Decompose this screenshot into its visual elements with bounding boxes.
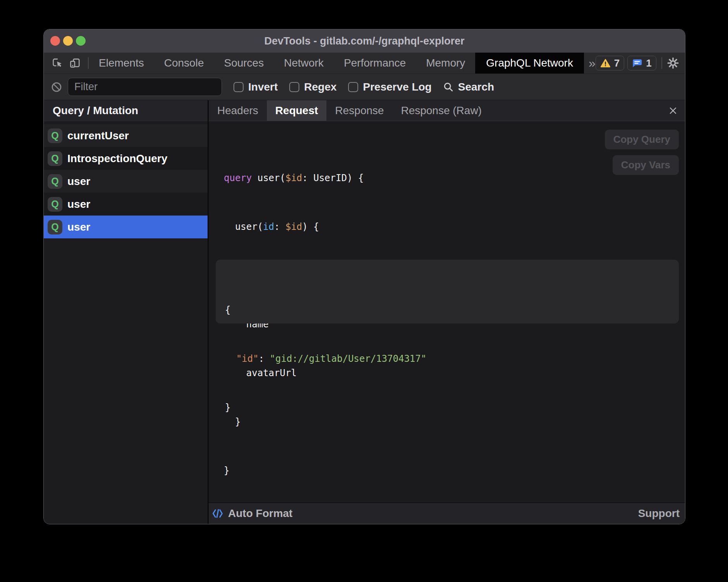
regex-checkbox[interactable] — [289, 82, 299, 92]
detail-panel: Headers Request Response Response (Raw) … — [209, 100, 685, 524]
query-item-label: user — [67, 175, 90, 188]
inspect-element-icon[interactable] — [52, 57, 63, 69]
invert-checkbox-group[interactable]: Invert — [234, 81, 278, 93]
query-list-item-currentuser[interactable]: Q currentUser — [44, 124, 208, 147]
query-variables-box: { "id": "gid://gitlab/User/13704317" } — [216, 260, 679, 324]
code-line: } — [225, 399, 679, 416]
query-item-label: user — [67, 198, 90, 211]
query-item-label: user — [67, 221, 90, 233]
preserve-log-checkbox-group[interactable]: Preserve Log — [348, 81, 431, 93]
query-type-badge: Q — [48, 128, 62, 143]
query-type-badge: Q — [48, 220, 62, 235]
auto-format-button[interactable]: Auto Format — [228, 507, 292, 520]
code-token: : — [259, 353, 270, 364]
query-list-sidebar: Query / Mutation Q currentUser Q Introsp… — [44, 100, 208, 524]
issues-count: 1 — [646, 57, 651, 69]
code-line: { — [225, 302, 679, 318]
regex-checkbox-group[interactable]: Regex — [289, 81, 337, 93]
device-toolbar-icon[interactable] — [69, 57, 81, 69]
tab-performance[interactable]: Performance — [334, 53, 416, 74]
copy-vars-button[interactable]: Copy Vars — [613, 155, 679, 175]
close-panel-icon[interactable] — [667, 105, 679, 116]
query-item-label: IntrospectionQuery — [67, 152, 167, 165]
search-control[interactable]: Search — [443, 81, 494, 93]
auto-format-code-icon[interactable] — [212, 508, 223, 519]
code-token: : UserID) { — [302, 173, 364, 183]
code-token: } — [225, 402, 230, 413]
invert-checkbox[interactable] — [234, 82, 244, 92]
query-type-badge: Q — [48, 151, 62, 166]
copy-query-button[interactable]: Copy Query — [605, 130, 679, 149]
devtools-window: DevTools - gitlab.com/-/graphql-explorer… — [43, 29, 685, 524]
sidebar-header: Query / Mutation — [44, 100, 208, 121]
query-type-badge: Q — [48, 197, 62, 212]
code-token: ) { — [302, 221, 319, 232]
filter-bar: Invert Regex Preserve Log Search — [44, 74, 685, 100]
code-line: query user($id: UserID) { — [224, 170, 364, 186]
query-type-badge: Q — [48, 174, 62, 189]
settings-gear-icon[interactable] — [667, 57, 679, 69]
code-token: "id" — [236, 353, 259, 364]
tab-graphql-network[interactable]: GraphQL Network — [475, 53, 584, 74]
toolbar-divider — [661, 57, 662, 69]
code-token: : — [274, 221, 285, 232]
preserve-log-label: Preserve Log — [363, 81, 431, 93]
window-title: DevTools - gitlab.com/-/graphql-explorer — [44, 29, 685, 53]
search-label: Search — [458, 81, 494, 93]
filter-input[interactable] — [68, 78, 222, 96]
regex-label: Regex — [304, 81, 337, 93]
panel-footer: Auto Format Support — [209, 502, 685, 524]
support-link[interactable]: Support — [638, 507, 680, 520]
tab-console[interactable]: Console — [154, 53, 214, 74]
code-token — [225, 353, 236, 364]
tab-memory[interactable]: Memory — [416, 53, 475, 74]
tab-response-raw[interactable]: Response (Raw) — [392, 100, 490, 121]
tab-network[interactable]: Network — [274, 53, 334, 74]
warning-triangle-icon — [600, 58, 611, 68]
query-list: Q currentUser Q IntrospectionQuery Q use… — [44, 124, 208, 238]
code-token: user( — [224, 221, 263, 232]
code-token: $id — [285, 173, 302, 183]
code-token: query — [224, 173, 252, 183]
code-line: user(id: $id) { — [224, 219, 364, 235]
preserve-log-checkbox[interactable] — [348, 82, 358, 92]
query-variables-code: { "id": "gid://gitlab/User/13704317" } — [216, 260, 679, 448]
code-line: "id": "gid://gitlab/User/13704317" — [225, 351, 679, 367]
chat-bubble-icon — [632, 58, 642, 68]
invert-label: Invert — [248, 81, 278, 93]
titlebar: DevTools - gitlab.com/-/graphql-explorer — [44, 29, 685, 53]
code-token: { — [225, 305, 230, 315]
code-line: } — [224, 462, 364, 479]
query-list-item-user-2[interactable]: Q user — [44, 193, 208, 216]
more-tabs-chevron-icon[interactable]: » — [589, 56, 596, 70]
query-list-item-user-1[interactable]: Q user — [44, 170, 208, 193]
warnings-badge[interactable]: 7 — [596, 56, 624, 70]
tab-headers[interactable]: Headers — [209, 100, 267, 121]
tab-request[interactable]: Request — [267, 100, 326, 121]
code-token: user( — [252, 173, 285, 183]
query-list-item-user-3-selected[interactable]: Q user — [44, 216, 208, 238]
kebab-menu-icon[interactable] — [685, 57, 685, 69]
code-token: id — [263, 221, 274, 232]
warning-count: 7 — [614, 57, 620, 69]
tab-sources[interactable]: Sources — [214, 53, 274, 74]
code-token: } — [224, 465, 229, 476]
toolbar-status-group: 7 1 — [596, 56, 685, 70]
query-list-item-introspectionquery[interactable]: Q IntrospectionQuery — [44, 147, 208, 170]
main-toolbar: Elements Console Sources Network Perform… — [44, 53, 685, 74]
detail-tabs: Headers Request Response Response (Raw) — [209, 100, 685, 121]
search-icon — [443, 81, 454, 93]
tab-response[interactable]: Response — [326, 100, 392, 121]
clear-block-icon[interactable] — [51, 81, 62, 93]
code-token: "gid://gitlab/User/13704317" — [270, 353, 427, 364]
issues-badge[interactable]: 1 — [627, 56, 656, 70]
query-item-label: currentUser — [67, 130, 129, 142]
tab-elements[interactable]: Elements — [89, 53, 154, 74]
code-token: $id — [285, 221, 302, 232]
